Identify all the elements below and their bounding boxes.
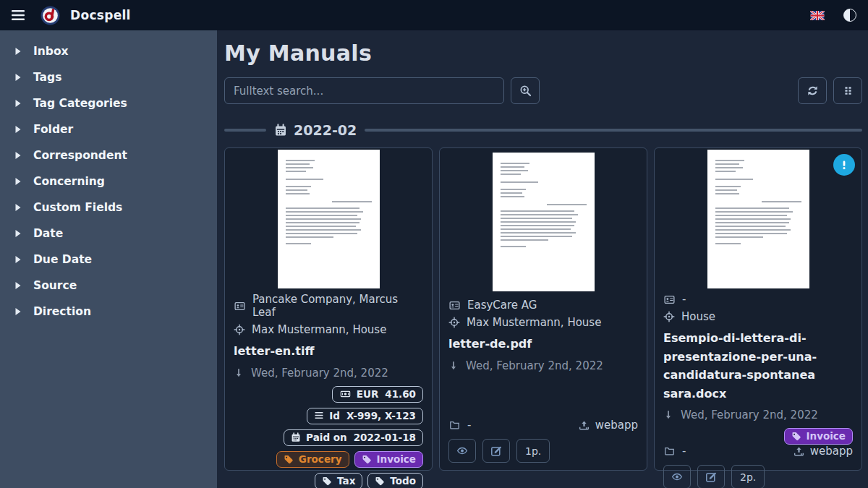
item-date-line: Wed, February 2nd, 2022 (663, 408, 853, 421)
sidebar-item-folder[interactable]: Folder (0, 117, 217, 142)
upload-icon (793, 446, 804, 457)
correspondent-text: Pancake Company, Marcus Leaf (252, 293, 423, 319)
source-value: webapp (595, 419, 638, 432)
tag-label: Invoice (807, 430, 846, 442)
correspondent-line: - (663, 293, 853, 306)
refresh-icon (807, 85, 819, 97)
edit-icon (705, 471, 717, 483)
folder-icon (663, 446, 676, 456)
card-footer: - webapp 1p. (448, 419, 638, 463)
item-thumbnail[interactable] (663, 150, 853, 288)
concerning-text: House (681, 310, 715, 323)
tag-badge[interactable]: Invoice (784, 428, 854, 445)
item-card[interactable]: Pancake Company, Marcus Leaf Max Musterm… (224, 147, 433, 471)
search-button[interactable] (511, 77, 540, 104)
tag-badge[interactable]: Invoice (354, 451, 424, 468)
concerning-line: House (663, 310, 853, 323)
sidebar-item-label: Source (33, 279, 77, 292)
tag-label: Todo (390, 475, 416, 487)
field-label: EUR (357, 388, 379, 400)
arrow-down-icon (663, 409, 673, 421)
sidebar-item-label: Direction (33, 305, 91, 318)
custom-field-badge[interactable]: Paid on2022-01-18 (284, 429, 423, 446)
grid-view-icon (843, 85, 854, 96)
tag-badge[interactable]: Tax (315, 473, 362, 488)
sidebar-item-direction[interactable]: Direction (0, 299, 217, 324)
main-content: My Manuals 2022-02 (217, 30, 868, 488)
dark-light-toggle-icon[interactable] (843, 9, 856, 22)
item-name-link[interactable]: letter-de.pdf (448, 335, 638, 354)
concerning-text: Max Mustermann, House (467, 316, 601, 329)
tag-icon (322, 476, 332, 486)
tag-badge[interactable]: Grocery (276, 451, 349, 468)
sidebar-item-label: Custom Fields (33, 201, 122, 214)
source-info: webapp (579, 419, 638, 432)
money-bill-icon (339, 389, 352, 399)
folder-value: - (682, 445, 686, 458)
menu-hamburger-icon[interactable] (12, 10, 25, 20)
sidebar-item-concerning[interactable]: Concerning (0, 169, 217, 194)
arrow-down-icon (234, 367, 244, 379)
caret-right-icon (14, 203, 22, 212)
page-count-label: 1p. (517, 440, 549, 462)
field-value: 2022-01-18 (354, 432, 416, 443)
item-thumbnail[interactable] (234, 150, 423, 288)
item-name-link[interactable]: letter-en.tiff (234, 342, 423, 361)
item-card[interactable]: EasyCare AG Max Mustermann, House letter… (439, 147, 647, 471)
sidebar-item-correspondent[interactable]: Correspondent (0, 143, 217, 168)
tag-icon (284, 454, 294, 464)
item-date-line: Wed, February 2nd, 2022 (448, 359, 638, 372)
edit-button[interactable] (482, 439, 510, 463)
sidebar-item-inbox[interactable]: Inbox (0, 39, 217, 64)
item-name-link[interactable]: Esempio-di-lettera-di-presentazione-per-… (663, 329, 853, 403)
tag-icon (375, 476, 385, 486)
refresh-button[interactable] (798, 77, 827, 104)
language-flag-icon[interactable] (810, 11, 825, 20)
id-card-icon (448, 300, 461, 311)
fulltext-search-input[interactable] (224, 77, 504, 104)
field-label: Paid on (306, 432, 347, 443)
sidebar-item-label: Tag Categories (33, 97, 127, 110)
folder-icon (448, 420, 461, 430)
top-bar: Docspell (0, 0, 868, 30)
list-icon (314, 411, 324, 420)
caret-right-icon (14, 47, 22, 56)
item-date: Wed, February 2nd, 2022 (681, 408, 818, 421)
sidebar-item-source[interactable]: Source (0, 273, 217, 298)
badge-list: Invoice (663, 428, 853, 445)
page-count-group: 1p. (516, 439, 550, 463)
tag-badge[interactable]: Todo (367, 473, 423, 488)
field-value: X-999, X-123 (346, 410, 416, 421)
caret-right-icon (14, 281, 22, 290)
sidebar: InboxTagsTag CategoriesFolderCorresponde… (0, 30, 217, 488)
sidebar-item-tags[interactable]: Tags (0, 65, 217, 90)
sidebar-item-due-date[interactable]: Due Date (0, 247, 217, 272)
concerning-line: Max Mustermann, House (448, 316, 638, 329)
tag-icon (362, 454, 372, 464)
concerning-text: Max Mustermann, House (252, 323, 386, 336)
caret-right-icon (14, 229, 22, 238)
sidebar-item-date[interactable]: Date (0, 221, 217, 246)
item-thumbnail[interactable] (448, 150, 638, 294)
sidebar-item-custom-fields[interactable]: Custom Fields (0, 195, 217, 220)
date-group-header: 2022-02 (224, 122, 862, 138)
preview-button[interactable] (663, 465, 691, 488)
caret-right-icon (14, 177, 22, 186)
custom-field-badge[interactable]: EUR41.60 (332, 386, 423, 403)
app-title: Docspell (70, 8, 131, 22)
sidebar-item-tag-categories[interactable]: Tag Categories (0, 91, 217, 116)
correspondent-text: EasyCare AG (467, 299, 537, 312)
divider-line (365, 129, 862, 132)
view-mode-button[interactable] (833, 77, 862, 104)
item-card[interactable]: - House Esempio-di-lettera-di-presentazi… (654, 147, 862, 471)
card-actions: 1p. (448, 439, 638, 463)
sidebar-item-label: Inbox (33, 45, 69, 58)
divider-line (224, 129, 266, 132)
custom-field-badge[interactable]: IdX-999, X-123 (307, 408, 423, 424)
edit-button[interactable] (697, 465, 725, 488)
card-actions: 2p. (663, 465, 853, 488)
item-date: Wed, February 2nd, 2022 (466, 359, 603, 372)
preview-button[interactable] (448, 439, 476, 463)
caret-right-icon (14, 125, 22, 134)
calendar-icon (274, 124, 287, 137)
